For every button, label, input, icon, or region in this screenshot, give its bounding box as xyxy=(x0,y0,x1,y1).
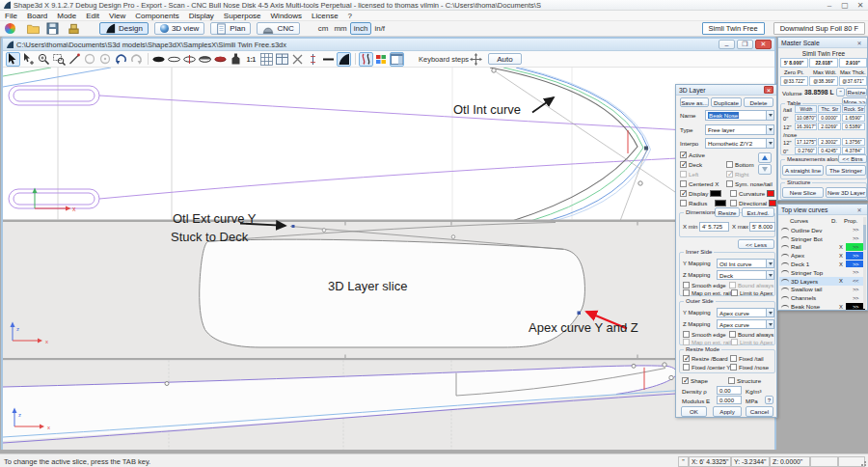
ext-red-button[interactable]: Ext./red. xyxy=(742,207,774,217)
doc-restore-icon[interactable]: ❐ xyxy=(737,40,753,49)
curve-row-stringer-top[interactable]: Stringer Top>> xyxy=(779,268,865,277)
structure-checkbox-row[interactable]: Structure xyxy=(728,377,761,384)
chevron-down-icon[interactable] xyxy=(766,271,773,279)
control-point[interactable] xyxy=(322,229,326,233)
prop-button[interactable]: >> xyxy=(846,234,865,242)
centered-x-checkbox[interactable] xyxy=(680,180,687,187)
active-checkbox-row[interactable]: Active xyxy=(680,151,705,158)
left-checkbox[interactable] xyxy=(680,171,687,178)
inner-map-ext-row[interactable]: Map on ext. rail xyxy=(683,289,731,296)
table-cell[interactable]: 17.1275" xyxy=(795,138,817,146)
radius-checkbox-row[interactable]: Radius xyxy=(680,200,726,206)
control-point[interactable] xyxy=(632,364,636,368)
cancel-button[interactable]: Cancel xyxy=(746,406,773,417)
auto-steps-button[interactable]: Auto xyxy=(488,53,521,65)
layer-name-select[interactable]: Beak Nose xyxy=(705,110,774,121)
control-point[interactable] xyxy=(669,375,673,379)
apply-button[interactable]: Apply xyxy=(713,406,742,417)
grid-icon[interactable] xyxy=(259,52,274,67)
table-cell[interactable]: 0.4245" xyxy=(818,147,841,154)
table-cell[interactable]: 0.5389" xyxy=(842,123,865,130)
prop-button[interactable]: >> xyxy=(846,303,865,311)
outer-limit-apex-row[interactable]: Limit to Apex xyxy=(731,339,773,345)
ok-button[interactable]: OK xyxy=(681,406,707,417)
prop-button[interactable]: >> xyxy=(846,286,865,293)
zero-pt-value[interactable]: @33.722" xyxy=(780,76,808,86)
chevron-down-icon[interactable] xyxy=(766,125,773,134)
outer-limit-apex-checkbox[interactable] xyxy=(731,339,738,345)
curves-panel-close-icon[interactable]: ✕ xyxy=(854,206,864,213)
menu-display[interactable]: Display xyxy=(184,12,219,20)
table-cell[interactable]: 2.3002" xyxy=(818,138,841,146)
outer-bound-always-checkbox[interactable] xyxy=(729,331,736,338)
circle-point-tool-icon[interactable] xyxy=(98,52,113,67)
table-cell[interactable]: 2.0269" xyxy=(818,123,841,130)
directional-color-swatch[interactable] xyxy=(769,200,776,206)
right-checkbox[interactable] xyxy=(726,171,733,178)
curve-row-apex[interactable]: ApexX>> xyxy=(779,251,865,260)
less-button[interactable]: << Less xyxy=(738,239,774,249)
fixed-nose-row[interactable]: Fixed /nose xyxy=(730,364,769,371)
shape3d-logo-icon[interactable] xyxy=(3,21,17,36)
prop-button[interactable]: >> xyxy=(846,269,865,277)
thickness-value[interactable]: 2.910" xyxy=(839,58,867,68)
curvature-checkbox[interactable] xyxy=(730,190,737,197)
curvature-color-swatch[interactable] xyxy=(767,190,774,197)
board-tab-simli[interactable]: Simli Twin Free xyxy=(702,22,765,35)
display-checkbox[interactable] xyxy=(680,190,687,197)
centered-x-checkbox-row[interactable]: Centered X xyxy=(680,180,719,187)
redo-icon[interactable] xyxy=(129,52,144,67)
display-checkbox-row[interactable]: Display xyxy=(680,190,721,197)
unit-cm[interactable]: cm xyxy=(315,24,332,33)
slice-view-icon[interactable] xyxy=(182,52,197,67)
table-cell[interactable]: 1.6590" xyxy=(842,114,865,122)
properties-panel-icon[interactable] xyxy=(390,52,404,67)
scrollbar-thumb[interactable] xyxy=(863,225,866,250)
save-icon[interactable] xyxy=(45,21,60,36)
unit-inch[interactable]: inch xyxy=(350,22,372,35)
circle-tool-icon[interactable] xyxy=(83,52,97,67)
open-file-icon[interactable] xyxy=(26,21,41,36)
prop-button[interactable]: >> xyxy=(846,294,865,302)
width-value[interactable]: 22.018" xyxy=(809,58,838,68)
x-min-field[interactable]: 4' 5.725 xyxy=(699,222,729,232)
cnc-button[interactable]: CNC xyxy=(257,22,299,35)
density-field[interactable]: 0.00 xyxy=(717,386,742,395)
inner-map-ext-checkbox[interactable] xyxy=(683,289,690,296)
prop-button[interactable]: >> xyxy=(846,227,865,234)
maximize-icon[interactable]: ▢ xyxy=(837,1,853,10)
move-steps-icon[interactable] xyxy=(469,52,483,67)
table-cell[interactable]: 0.0000" xyxy=(818,114,841,122)
outer-smooth-edge-row[interactable]: Smooth edge xyxy=(683,331,726,338)
menu-components[interactable]: Components xyxy=(130,12,183,20)
apex-control-point[interactable] xyxy=(644,147,648,151)
resize-button[interactable]: Resize xyxy=(846,88,867,96)
chevron-down-icon[interactable] xyxy=(766,309,773,316)
x-max-field[interactable]: 5' 8.000 xyxy=(749,222,775,232)
chevron-down-icon[interactable] xyxy=(766,139,773,148)
master-scale-close-icon[interactable]: ✕ xyxy=(854,39,864,46)
thc-str-col-header[interactable]: Thc. Str xyxy=(818,105,841,113)
resize-grip[interactable] xyxy=(861,460,867,466)
menu-windows[interactable]: Windows xyxy=(266,12,307,20)
deck-view-icon[interactable] xyxy=(198,52,212,67)
stringer-line-icon[interactable] xyxy=(321,52,336,67)
deck-checkbox-row[interactable]: Deck xyxy=(680,161,702,168)
outer-map-ext-row[interactable]: Map on ext. rail xyxy=(683,339,731,345)
inner-limit-apex-checkbox[interactable] xyxy=(731,289,738,296)
save-as-button[interactable]: Save as... xyxy=(680,97,709,107)
width-col-header[interactable]: Width xyxy=(795,105,817,113)
prop-button[interactable]: << xyxy=(846,277,865,285)
new-slice-button[interactable]: New Slice xyxy=(782,187,824,198)
apex-slice-control-point[interactable] xyxy=(578,312,582,316)
radius-color-swatch[interactable] xyxy=(715,200,726,206)
chevron-down-icon[interactable] xyxy=(766,320,773,328)
radius-checkbox[interactable] xyxy=(680,200,687,206)
chevron-down-icon[interactable] xyxy=(766,260,773,267)
fin-tool-icon[interactable] xyxy=(337,52,351,67)
inner-bound-always-row[interactable]: Bound always xyxy=(729,282,773,288)
resize-board-checkbox[interactable] xyxy=(683,355,690,362)
measure-icon[interactable] xyxy=(68,52,82,67)
curve-row-outline-dev[interactable]: Outline Dev>> xyxy=(779,226,865,234)
center-line-icon[interactable] xyxy=(306,52,320,67)
